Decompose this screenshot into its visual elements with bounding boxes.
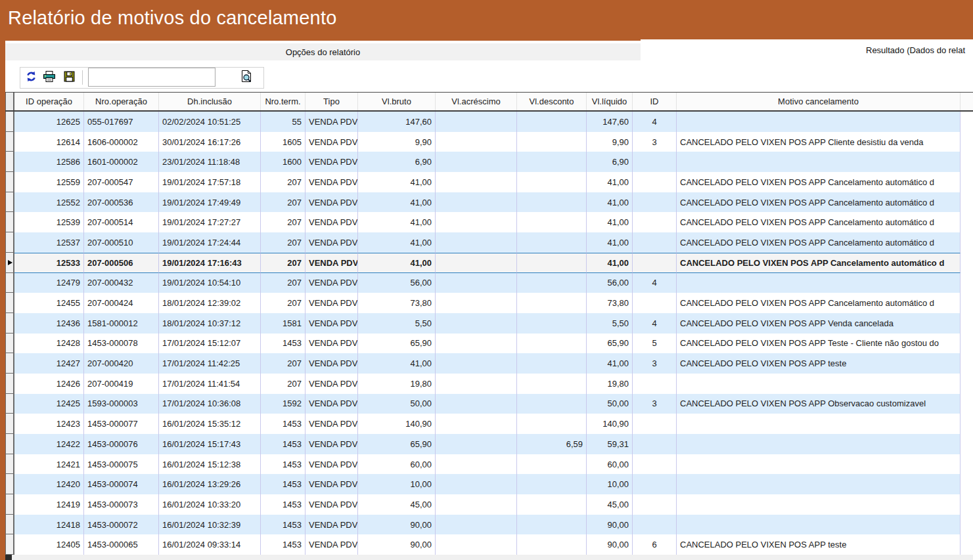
column-header-vl_acrescimo[interactable]: Vl.acréscimo bbox=[436, 93, 517, 110]
cell-dh_inclusao: 02/02/2024 10:51:25 bbox=[159, 112, 261, 132]
cell-vl_acrescimo bbox=[436, 534, 517, 555]
cell-motivo bbox=[677, 494, 961, 515]
row-indicator bbox=[5, 152, 14, 172]
print-button[interactable] bbox=[41, 70, 57, 85]
cell-motivo bbox=[677, 434, 961, 454]
column-header-motivo[interactable]: Motivo cancelamento bbox=[677, 93, 961, 110]
table-row[interactable]: 12533207-00050619/01/2024 17:16:43207VEN… bbox=[5, 253, 973, 273]
cell-nro_term: 1453 bbox=[261, 534, 305, 555]
cell-id_operacao: 12428 bbox=[14, 334, 84, 354]
cell-nro_operacao: 055-017697 bbox=[84, 112, 159, 132]
tab-result-label: Resultado (Dados do relat bbox=[866, 45, 965, 55]
table-row[interactable]: 124281453-00007817/01/2024 15:12:071453V… bbox=[5, 334, 973, 354]
cell-id_operacao: 12423 bbox=[14, 414, 84, 434]
cell-tipo: VENDA PDV bbox=[305, 434, 358, 454]
table-row[interactable]: 124231453-00007716/01/2024 15:35:121453V… bbox=[5, 414, 973, 434]
cell-nro_term: 207 bbox=[261, 273, 305, 293]
table-row[interactable]: 125861601-00000223/01/2024 11:18:481600V… bbox=[5, 152, 973, 172]
cell-nro_term: 207 bbox=[261, 192, 305, 213]
table-row[interactable]: 12455207-00042418/01/2024 12:39:02207VEN… bbox=[5, 293, 973, 313]
cell-id_operacao: 12427 bbox=[14, 353, 84, 374]
row-indicator bbox=[5, 454, 14, 475]
table-row[interactable]: 124221453-00007616/01/2024 15:17:431453V… bbox=[5, 434, 973, 454]
cell-vl_bruto: 147,60 bbox=[358, 112, 436, 132]
cell-id_operacao: 12625 bbox=[14, 112, 84, 132]
cell-nro_term: 207 bbox=[261, 232, 305, 253]
cell-motivo: CANCELADO PELO VIXEN POS APP Cancelament… bbox=[677, 192, 961, 213]
cell-vl_acrescimo bbox=[436, 212, 517, 232]
column-header-dh_inclusao[interactable]: Dh.inclusão bbox=[159, 93, 261, 110]
column-header-vl_bruto[interactable]: Vl.bruto bbox=[358, 93, 436, 110]
cell-id_operacao: 12421 bbox=[14, 454, 84, 475]
table-row[interactable]: 124201453-00007416/01/2024 13:29:261453V… bbox=[5, 474, 973, 494]
cell-nro_operacao: 1453-000075 bbox=[84, 454, 159, 475]
table-row[interactable]: 12552207-00053619/01/2024 17:49:49207VEN… bbox=[5, 192, 973, 213]
cell-dh_inclusao: 18/01/2024 10:37:12 bbox=[159, 313, 261, 334]
table-row[interactable]: 12559207-00054719/01/2024 17:57:18207VEN… bbox=[5, 172, 973, 192]
cell-vl_liquido: 59,31 bbox=[587, 434, 633, 454]
cell-vl_acrescimo bbox=[436, 253, 517, 273]
cell-motivo: CANCELADO PELO VIXEN POS APP Observacao … bbox=[677, 394, 961, 414]
cell-motivo: CANCELADO PELO VIXEN POS APP Cliente des… bbox=[677, 132, 961, 152]
cell-id bbox=[633, 172, 677, 192]
cell-vl_liquido: 60,00 bbox=[587, 454, 633, 475]
table-row[interactable]: 126141606-00000230/01/2024 16:17:261605V… bbox=[5, 132, 973, 152]
cell-nro_operacao: 1593-000003 bbox=[84, 394, 159, 414]
table-row[interactable]: 124051453-00006516/01/2024 09:33:141453V… bbox=[5, 534, 973, 555]
row-indicator bbox=[5, 353, 14, 374]
cell-vl_bruto: 10,00 bbox=[358, 474, 436, 494]
cell-vl_acrescimo bbox=[436, 293, 517, 313]
table-row[interactable]: 124361581-00001218/01/2024 10:37:121581V… bbox=[5, 313, 973, 334]
save-button[interactable] bbox=[61, 70, 77, 85]
cell-vl_acrescimo bbox=[436, 515, 517, 535]
refresh-button[interactable] bbox=[23, 70, 39, 85]
cell-dh_inclusao: 16/01/2024 13:29:26 bbox=[159, 474, 261, 494]
table-row[interactable]: 12625055-01769702/02/2024 10:51:2555VEND… bbox=[5, 112, 973, 132]
table-row[interactable]: 12427207-00042017/01/2024 11:42:25207VEN… bbox=[5, 353, 973, 374]
cell-nro_term: 207 bbox=[261, 353, 305, 374]
cell-tipo: VENDA PDV bbox=[305, 273, 358, 293]
column-header-vl_liquido[interactable]: Vl.líquido bbox=[587, 93, 633, 110]
column-header-vl_desconto[interactable]: Vl.desconto bbox=[517, 93, 587, 110]
cell-id bbox=[633, 192, 677, 213]
cell-vl_bruto: 90,00 bbox=[358, 515, 436, 535]
table-row[interactable]: 12537207-00051019/01/2024 17:24:44207VEN… bbox=[5, 232, 973, 253]
cell-vl_acrescimo bbox=[436, 313, 517, 334]
cell-tipo: VENDA PDV bbox=[305, 334, 358, 354]
column-header-nro_operacao[interactable]: Nro.operação bbox=[84, 93, 159, 110]
cell-vl_liquido: 41,00 bbox=[587, 212, 633, 232]
table-row[interactable]: 12539207-00051419/01/2024 17:27:27207VEN… bbox=[5, 212, 973, 232]
report-window: Relatório de motivos do cancelamento Opç… bbox=[0, 0, 973, 560]
cell-id_operacao: 12419 bbox=[14, 494, 84, 515]
tab-report-options[interactable]: Opções do relatório bbox=[5, 43, 641, 60]
column-header-nro_term[interactable]: Nro.term. bbox=[261, 93, 305, 110]
cell-motivo: CANCELADO PELO VIXEN POS APP Cancelament… bbox=[677, 232, 961, 253]
cell-nro_operacao: 207-000547 bbox=[84, 172, 159, 192]
search-input[interactable] bbox=[88, 68, 215, 87]
horizontal-scrollbar[interactable] bbox=[5, 555, 973, 560]
cell-id bbox=[633, 474, 677, 494]
preview-button[interactable] bbox=[238, 70, 254, 85]
table-row[interactable]: 124251593-00000317/01/2024 10:36:081592V… bbox=[5, 394, 973, 414]
cell-id bbox=[633, 253, 677, 273]
cell-tipo: VENDA PDV bbox=[305, 534, 358, 555]
table-row[interactable]: 124211453-00007516/01/2024 15:12:381453V… bbox=[5, 454, 973, 475]
column-header-tipo[interactable]: Tipo bbox=[305, 93, 358, 110]
cell-id_operacao: 12418 bbox=[14, 515, 84, 535]
cell-vl_desconto: 6,59 bbox=[517, 434, 587, 454]
cell-nro_term: 207 bbox=[261, 172, 305, 192]
cell-vl_acrescimo bbox=[436, 353, 517, 374]
cell-id: 3 bbox=[633, 394, 677, 414]
row-indicator bbox=[5, 232, 14, 253]
column-header-id_operacao[interactable]: ID operação bbox=[14, 93, 84, 110]
cell-dh_inclusao: 18/01/2024 12:39:02 bbox=[159, 293, 261, 313]
table-row[interactable]: 12479207-00043219/01/2024 10:54:10207VEN… bbox=[5, 273, 973, 293]
table-row[interactable]: 12426207-00041917/01/2024 11:41:54207VEN… bbox=[5, 374, 973, 394]
cell-dh_inclusao: 16/01/2024 15:12:38 bbox=[159, 454, 261, 475]
table-row[interactable]: 124191453-00007316/01/2024 10:33:201453V… bbox=[5, 494, 973, 515]
tab-result[interactable]: Resultado (Dados do relat bbox=[641, 39, 973, 60]
column-header-id[interactable]: ID bbox=[633, 93, 677, 110]
row-indicator bbox=[5, 132, 14, 152]
table-row[interactable]: 124181453-00007216/01/2024 10:32:391453V… bbox=[5, 515, 973, 535]
cell-vl_acrescimo bbox=[436, 474, 517, 494]
